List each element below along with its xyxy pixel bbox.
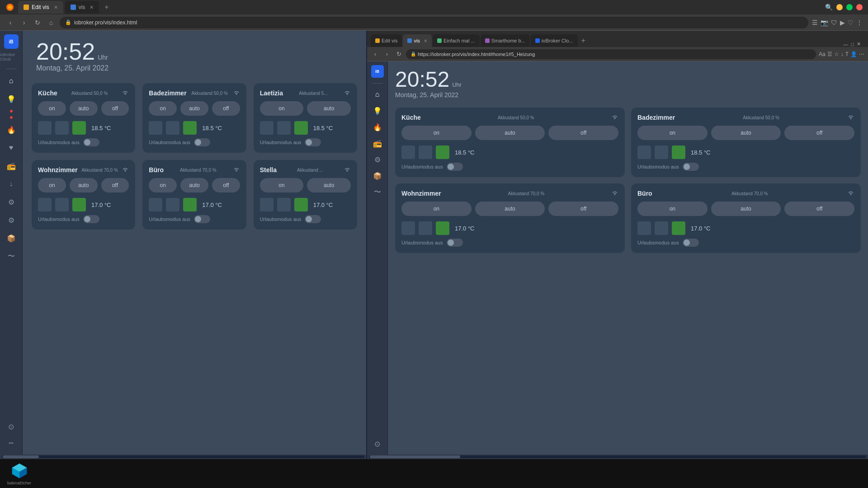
sidebar-fingerprint-icon[interactable]: ⊙: [3, 418, 19, 435]
on-button[interactable]: on: [149, 178, 177, 192]
right-minimize-btn[interactable]: —: [843, 42, 848, 47]
right-tab-iobroker[interactable]: ioBroker Clo...: [531, 34, 578, 47]
on-button[interactable]: on: [401, 202, 472, 216]
shield-icon[interactable]: 🛡: [831, 19, 837, 26]
sidebar-heat-icon[interactable]: 🔥: [3, 122, 19, 138]
right-sidebar-box[interactable]: 📦: [370, 169, 385, 183]
sidebar-light-icon[interactable]: 💡: [3, 91, 19, 107]
tab-vis-left[interactable]: vis ✕: [65, 1, 99, 14]
right-back-btn[interactable]: ‹: [371, 50, 380, 59]
right-sidebar-heat[interactable]: 🔥: [370, 120, 385, 134]
on-button[interactable]: on: [260, 101, 304, 116]
on-button[interactable]: on: [38, 101, 66, 116]
off-button[interactable]: off: [212, 178, 240, 192]
right-sidebar-light[interactable]: 💡: [370, 103, 385, 118]
vacation-toggle[interactable]: [194, 215, 210, 223]
on-button[interactable]: on: [38, 178, 66, 192]
maximize-btn[interactable]: [846, 4, 853, 10]
home-btn[interactable]: ⌂: [46, 18, 56, 28]
right-sidebar-radio[interactable]: 📻: [370, 136, 385, 150]
bookmark-icon[interactable]: ♡: [848, 19, 854, 26]
sidebar-more-icon[interactable]: •••: [3, 435, 19, 451]
menu-icon[interactable]: ⋮: [856, 19, 863, 26]
right-download-icon[interactable]: ↓: [841, 51, 844, 57]
right-reload-btn[interactable]: ↻: [394, 50, 403, 59]
rtab-close2[interactable]: ✕: [424, 38, 427, 43]
off-button[interactable]: off: [212, 101, 240, 116]
sidebar-wave-icon[interactable]: 〜: [3, 248, 19, 264]
minimize-btn[interactable]: [836, 4, 843, 10]
browser-icon[interactable]: [4, 1, 16, 14]
right-translate2-icon[interactable]: T: [845, 51, 849, 57]
screenshot-icon[interactable]: 📷: [821, 19, 828, 26]
off-button[interactable]: off: [101, 178, 129, 192]
off-button[interactable]: off: [548, 126, 618, 140]
right-close-btn[interactable]: ✕: [857, 41, 861, 47]
off-button[interactable]: off: [784, 202, 854, 216]
right-sidebar-home[interactable]: ⌂: [370, 87, 385, 102]
right-sidebar-settings[interactable]: ⚙: [370, 152, 385, 167]
right-maximize-btn[interactable]: □: [851, 42, 854, 47]
back-btn[interactable]: ‹: [5, 18, 15, 28]
right-translate-icon[interactable]: Aa: [819, 51, 826, 57]
right-tab-einfach[interactable]: Einfach mal ...: [433, 34, 480, 47]
sidebar-down-icon[interactable]: ↓: [3, 176, 19, 192]
sidebar-radio-icon[interactable]: 📻: [3, 158, 19, 174]
on-button[interactable]: on: [149, 101, 177, 116]
off-button[interactable]: off: [548, 202, 618, 216]
sidebar-settings2-icon[interactable]: ⚙: [3, 212, 19, 228]
scrollbar-right[interactable]: [367, 455, 868, 459]
auto-button[interactable]: auto: [70, 101, 98, 116]
on-button[interactable]: on: [401, 126, 472, 140]
reload-btn[interactable]: ↻: [33, 18, 42, 28]
reader-icon[interactable]: ☰: [812, 19, 818, 26]
auto-button[interactable]: auto: [180, 178, 208, 192]
play-icon[interactable]: ▶: [840, 19, 845, 26]
off-button[interactable]: off: [101, 101, 129, 116]
vacation-toggle[interactable]: [683, 239, 699, 247]
vacation-toggle[interactable]: [447, 163, 463, 171]
vacation-toggle[interactable]: [305, 138, 321, 146]
right-profile-icon[interactable]: 👤: [850, 51, 857, 57]
auto-button[interactable]: auto: [711, 126, 781, 140]
scrollbar-track-left[interactable]: [2, 455, 364, 458]
vacation-toggle[interactable]: [194, 138, 210, 146]
sidebar-settings-icon[interactable]: ⚙: [3, 194, 19, 210]
off-button[interactable]: off: [784, 126, 854, 140]
close-btn[interactable]: [856, 4, 863, 10]
auto-button[interactable]: auto: [711, 202, 781, 216]
tab-close2-btn[interactable]: ✕: [90, 5, 94, 10]
right-bookmark-icon[interactable]: ☆: [834, 51, 839, 57]
new-tab-btn[interactable]: +: [101, 3, 112, 11]
vacation-toggle[interactable]: [305, 215, 321, 223]
right-menu-icon[interactable]: ⋯: [859, 51, 864, 57]
tab-close-btn[interactable]: ✕: [54, 5, 58, 10]
vacation-toggle[interactable]: [83, 138, 99, 146]
forward-btn[interactable]: ›: [19, 18, 29, 28]
search-btn[interactable]: 🔍: [825, 4, 833, 11]
right-addr-bar[interactable]: 🔒 https://iobroker.pro/vis/index.html#ho…: [406, 49, 816, 59]
auto-button[interactable]: auto: [307, 101, 351, 116]
scrollbar-left[interactable]: [0, 455, 366, 459]
right-sidebar-wave[interactable]: 〜: [370, 185, 385, 199]
right-tab-smarthome[interactable]: Smarthome b...: [481, 34, 530, 47]
on-button[interactable]: on: [637, 126, 708, 140]
tab-edit-vis-left[interactable]: Edit vis ✕: [18, 1, 63, 14]
vacation-toggle[interactable]: [83, 215, 99, 223]
auto-button[interactable]: auto: [307, 178, 351, 192]
on-button[interactable]: on: [637, 202, 708, 216]
right-sidebar-fp[interactable]: ⊙: [370, 436, 385, 451]
right-new-tab-btn[interactable]: +: [579, 34, 588, 47]
auto-button[interactable]: auto: [180, 101, 208, 116]
auto-button[interactable]: auto: [70, 178, 98, 192]
scrollbar-track-right[interactable]: [369, 455, 866, 458]
scrollbar-thumb-left[interactable]: [3, 455, 39, 458]
vacation-toggle[interactable]: [447, 239, 463, 247]
sidebar-heart-icon[interactable]: ♥: [3, 140, 19, 156]
sidebar-home-icon[interactable]: ⌂: [3, 73, 19, 89]
right-forward-btn[interactable]: ›: [382, 50, 392, 59]
scrollbar-thumb-right[interactable]: [370, 455, 460, 458]
address-bar-left[interactable]: 🔒 iobroker.pro/vis/index.html: [60, 17, 808, 28]
right-tab-edit-vis[interactable]: Edit vis: [371, 34, 402, 47]
right-reader-icon[interactable]: ☰: [827, 51, 832, 57]
